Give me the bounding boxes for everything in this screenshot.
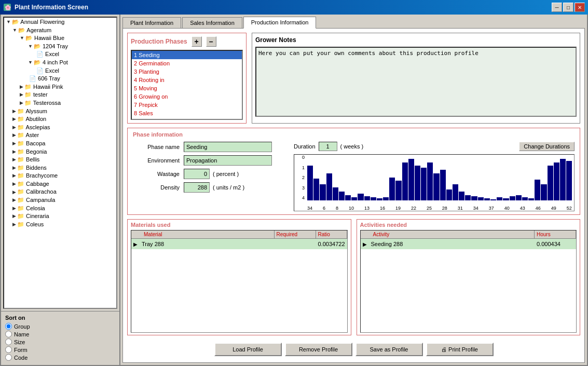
tree-item-biddens[interactable]: ▶📁 Biddens xyxy=(4,164,116,172)
sort-option-code[interactable]: Code xyxy=(5,354,115,361)
tree-item-excel-2[interactable]: 📄 Excel xyxy=(4,66,116,75)
environment-row: Environment xyxy=(133,155,289,166)
tree-item-campanula[interactable]: ▶📁 Campanula xyxy=(4,196,116,204)
phase-item-2[interactable]: 2 Germination xyxy=(132,59,242,67)
tree-item-cabbage[interactable]: ▶📁 Cabbage xyxy=(4,180,116,188)
print-profile-button[interactable]: 🖨 Print Profile xyxy=(426,343,494,356)
phase-name-row: Phase name xyxy=(133,142,289,152)
chart-bar xyxy=(395,181,401,200)
grower-notes-textarea[interactable] xyxy=(255,47,577,117)
tree-item-excel-1[interactable]: 📄 Excel xyxy=(4,50,116,58)
sort-option-group[interactable]: Group xyxy=(5,323,115,330)
chart-bar xyxy=(313,179,319,200)
tab-plant-information[interactable]: Plant Information xyxy=(122,17,181,28)
ratio-cell: 0.0034722 xyxy=(316,240,347,248)
phase-item-3[interactable]: 3 Planting xyxy=(132,67,242,76)
activities-box: Activities needed Activity Hours ▶ Seedi… xyxy=(357,219,581,335)
production-phases-box: Production Phases + – 1 Seeding2 Germina… xyxy=(127,33,247,124)
tree-item-brachycome[interactable]: ▶📁 Brachycome xyxy=(4,171,116,180)
tree-item-annual-flowering[interactable]: ▼📂 Annual Flowering xyxy=(4,18,116,26)
density-input[interactable] xyxy=(184,182,210,193)
sort-option-size[interactable]: Size xyxy=(5,338,115,345)
material-col-header: Material xyxy=(142,231,275,238)
environment-input[interactable] xyxy=(184,155,272,166)
tree-item-tester[interactable]: ▶📁 tester xyxy=(4,90,116,99)
x-axis-label: 37 xyxy=(489,206,494,211)
save-as-profile-button[interactable]: Save as Profile xyxy=(355,343,423,356)
tree-item-abutilon[interactable]: ▶📁 Abutilon xyxy=(4,115,116,123)
duration-input[interactable] xyxy=(319,142,337,151)
required-cell xyxy=(275,243,316,245)
materials-table-header: Material Required Ratio xyxy=(131,231,347,239)
phase-name-input[interactable] xyxy=(184,142,272,152)
main-window: ▼📂 Annual Flowering▼📂 Ageratum▼📂 Hawaii … xyxy=(0,15,588,366)
tree-item-begonia[interactable]: ▶📁 Begonia xyxy=(4,147,116,156)
tree-item-alyssum[interactable]: ▶📁 Alyssum xyxy=(4,107,116,115)
action-buttons: Load Profile Remove Profile Save as Prof… xyxy=(127,340,580,358)
tree-item-ageratum[interactable]: ▼📂 Ageratum xyxy=(4,26,116,34)
remove-phase-button[interactable]: – xyxy=(206,36,216,47)
tree-item-calibrachoa[interactable]: ▶📁 Calibrachoa xyxy=(4,187,116,196)
tree-item-bellis[interactable]: ▶📁 Bellis xyxy=(4,155,116,164)
chart-bar xyxy=(484,198,490,200)
plant-tree[interactable]: ▼📂 Annual Flowering▼📂 Ageratum▼📂 Hawaii … xyxy=(3,17,117,309)
phase-item-7[interactable]: 7 Prepick xyxy=(132,101,242,109)
close-button[interactable]: ✕ xyxy=(575,3,585,12)
row-arrow-activities: ▶ xyxy=(361,241,369,247)
chart-bar xyxy=(402,162,408,201)
tab-sales-information[interactable]: Sales Information xyxy=(182,17,242,28)
x-axis-label: 8 xyxy=(336,206,338,211)
sort-option-name[interactable]: Name xyxy=(5,331,115,337)
chart-bar xyxy=(333,187,338,200)
chart-bar xyxy=(427,162,433,201)
phase-item-1[interactable]: 1 Seeding xyxy=(132,51,242,59)
materials-row[interactable]: ▶ Tray 288 0.0034722 xyxy=(131,239,347,249)
x-axis-label: 34 xyxy=(473,206,478,211)
app-icon: 🌸 xyxy=(3,3,11,11)
tree-item-hawaii-blue[interactable]: ▼📂 Hawaii Blue xyxy=(4,34,116,42)
tree-item-coleus[interactable]: ▶📁 Coleus xyxy=(4,220,116,228)
sort-option-form[interactable]: Form xyxy=(5,346,115,353)
tree-item-1204-tray[interactable]: ▼📂 1204 Tray xyxy=(4,42,116,50)
chart-bar xyxy=(415,166,420,200)
tree-item-aster[interactable]: ▶📁 Aster xyxy=(4,131,116,139)
tree-item-celosia[interactable]: ▶📁 Celosia xyxy=(4,204,116,212)
row-arrow: ▶ xyxy=(131,241,140,247)
left-panel: ▼📂 Annual Flowering▼📂 Ageratum▼📂 Hawaii … xyxy=(1,15,120,365)
add-phase-button[interactable]: + xyxy=(192,36,202,47)
phase-item-8[interactable]: 8 Sales xyxy=(132,109,242,117)
tree-item-606-tray[interactable]: 📄 606 Tray xyxy=(4,74,116,83)
chart-area: Duration ( weeks ) Change Durations 4 3 … xyxy=(294,142,575,211)
chart-bar xyxy=(503,198,509,200)
change-durations-button[interactable]: Change Durations xyxy=(519,142,575,151)
chart-bar xyxy=(541,184,546,201)
phases-list[interactable]: 1 Seeding2 Germination3 Planting4 Rootin… xyxy=(131,50,243,120)
phase-item-4[interactable]: 4 Rooting in xyxy=(132,76,242,84)
x-axis-label: 43 xyxy=(520,206,525,211)
chart-bar xyxy=(440,170,446,200)
minimize-button[interactable]: ─ xyxy=(552,3,562,12)
x-axis-label: 10 xyxy=(349,206,354,211)
phase-info-box: Phase information Phase name Environment xyxy=(127,128,580,215)
x-axis-label: 28 xyxy=(442,206,447,211)
maximize-button[interactable]: □ xyxy=(563,3,573,12)
tree-item-testerossa[interactable]: ▶📁 Testerossa xyxy=(4,99,116,107)
load-profile-button[interactable]: Load Profile xyxy=(214,343,282,356)
hours-cell: 0.000434 xyxy=(535,240,576,248)
tree-item-hawaii-pink[interactable]: ▶📁 Hawaii Pink xyxy=(4,83,116,91)
tree-item-cineraria[interactable]: ▶📁 Cineraria xyxy=(4,212,116,220)
remove-profile-button[interactable]: Remove Profile xyxy=(285,343,352,356)
phase-info-title: Phase information xyxy=(133,131,575,138)
tree-item-bacopa[interactable]: ▶📁 Bacopa xyxy=(4,139,116,147)
phase-item-6[interactable]: 6 Growing on xyxy=(132,92,242,101)
activities-row[interactable]: ▶ Seeding 288 0.000434 xyxy=(361,239,577,249)
tab-production-information[interactable]: Production Information xyxy=(243,17,317,29)
wastage-row: Wastage ( percent ) xyxy=(133,169,289,179)
phase-item-5[interactable]: 5 Moving xyxy=(132,84,242,92)
wastage-label: Wastage xyxy=(133,171,180,177)
tree-item-4-inch-pot[interactable]: ▼📂 4 inch Pot xyxy=(4,58,116,66)
tree-item-asclepias[interactable]: ▶📁 Asclepias xyxy=(4,123,116,131)
x-axis-label: 31 xyxy=(458,206,463,211)
wastage-input[interactable] xyxy=(184,169,210,179)
bottom-section: Materials used Material Required Ratio ▶… xyxy=(127,219,580,335)
